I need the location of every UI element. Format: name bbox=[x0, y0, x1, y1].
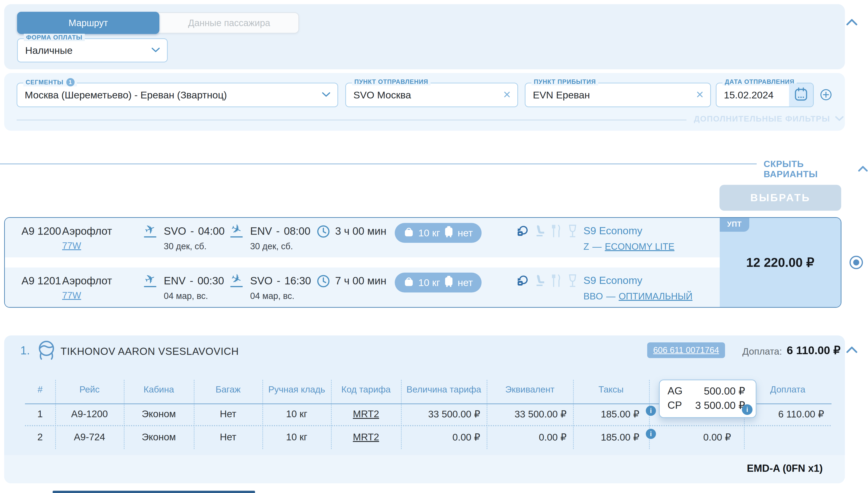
departure-time: 00:30 bbox=[197, 275, 224, 287]
suitcase-icon bbox=[444, 275, 453, 290]
table-cell: 6 110.00 ₽ bbox=[744, 408, 831, 420]
chevron-down-icon[interactable] bbox=[151, 47, 160, 53]
cabin-class: S9 Economy bbox=[583, 225, 642, 237]
fare-code-link[interactable]: MRT2 bbox=[331, 408, 401, 420]
payment-form-select[interactable]: ФОРМА ОПЛАТЫ Наличные bbox=[17, 38, 168, 62]
collapse-passenger-card-icon[interactable] bbox=[846, 346, 858, 355]
aircraft-link[interactable]: 77W bbox=[62, 290, 81, 301]
passenger-icon bbox=[37, 339, 56, 361]
departure-info: SVO04:00 bbox=[164, 225, 225, 237]
col-header-taxes: Таксы bbox=[573, 384, 649, 394]
table-cell: 185.00 ₽ bbox=[573, 408, 646, 420]
tab-route[interactable]: Маршрут bbox=[17, 12, 159, 34]
aircraft-link[interactable]: 77W bbox=[62, 240, 81, 251]
tab-passenger-data[interactable]: Данные пассажира bbox=[160, 13, 299, 33]
fare-name-link[interactable]: ECONOMY LITE bbox=[605, 241, 674, 252]
drink-icon bbox=[568, 224, 577, 239]
departure-info: ENV00:30 bbox=[164, 275, 224, 287]
ticket-number: 606 611 0071764 bbox=[653, 345, 719, 355]
departure-point-field[interactable]: ПУНКТ ОТПРАВЛЕНИЯ SVO Москва bbox=[345, 83, 518, 107]
col-header-equivalent: Эквивалент bbox=[487, 384, 573, 394]
ticket-number-badge[interactable]: 606 611 0071764 bbox=[647, 342, 725, 358]
table-cell: А9-724 bbox=[55, 432, 124, 443]
calendar-button[interactable] bbox=[789, 83, 813, 107]
segments-value: Москва (Шереметьево) - Ереван (Звартноц) bbox=[25, 89, 227, 101]
divider bbox=[17, 120, 687, 120]
chevron-down-icon[interactable] bbox=[322, 92, 330, 98]
clock-icon bbox=[317, 275, 330, 289]
table-cell: А9-1200 bbox=[55, 408, 124, 420]
arrival-code: SVO bbox=[250, 275, 273, 287]
taxes-info-icon[interactable] bbox=[646, 406, 656, 416]
arrival-time: 08:00 bbox=[284, 225, 310, 237]
col-header-surcharge: Доплата bbox=[744, 384, 831, 394]
additional-filters-link[interactable]: ДОПОЛНИТЕЛЬНЫЕ ФИЛЬТРЫ bbox=[694, 114, 844, 123]
fare-info: BBOОПТИМАЛЬНЫЙ bbox=[583, 291, 692, 301]
payment-form-label: ФОРМА ОПЛАТЫ bbox=[24, 34, 85, 41]
departure-point-label: ПУНКТ ОТПРАВЛЕНИЯ bbox=[352, 78, 431, 85]
departure-time: 04:00 bbox=[198, 225, 224, 237]
fare-name-link[interactable]: ОПТИМАЛЬНЫЙ bbox=[619, 291, 692, 301]
fare-code-link[interactable]: MRT2 bbox=[331, 432, 401, 443]
route-panel: Маршрут Данные пассажира ФОРМА ОПЛАТЫ На… bbox=[4, 4, 845, 69]
fare-code[interactable]: MRT2 bbox=[353, 408, 379, 419]
select-button[interactable]: ВЫБРАТЬ bbox=[719, 185, 841, 211]
radio-dot bbox=[853, 259, 859, 265]
add-segment-icon[interactable] bbox=[820, 89, 832, 102]
table-cell: 10 кг bbox=[262, 408, 331, 420]
hand-luggage-value: 10 кг bbox=[418, 227, 440, 239]
departure-date-field[interactable]: ДАТА ОТПРАВЛЕНИЯ 15.02.2024 bbox=[716, 83, 814, 107]
table-cell: Эконом bbox=[124, 432, 194, 443]
passenger-card-footer: EMD-A (0FN x1) bbox=[4, 455, 845, 483]
booking-app: Маршрут Данные пассажира ФОРМА ОПЛАТЫ На… bbox=[0, 0, 868, 493]
fare-basis: BBO bbox=[583, 291, 603, 301]
col-header-num: # bbox=[25, 384, 55, 394]
flight-option-radio[interactable] bbox=[849, 256, 863, 269]
fare-code[interactable]: MRT2 bbox=[353, 432, 379, 443]
service-icons bbox=[516, 274, 577, 288]
hide-variants-link[interactable]: СКРЫТЬ ВАРИАНТЫ bbox=[764, 159, 868, 179]
chevron-up-icon bbox=[858, 164, 868, 174]
flight-number: А9 1201 bbox=[21, 275, 61, 287]
flight-segment-row: А9 1201 Аэрофлот 77W ✈ ENV00:30 04 мар, … bbox=[5, 267, 720, 307]
arrival-time: 16:30 bbox=[284, 275, 311, 287]
clock-icon bbox=[317, 225, 330, 239]
flight-number: А9 1200 bbox=[21, 225, 61, 237]
clear-icon[interactable] bbox=[696, 90, 704, 99]
additional-filters-label: ДОПОЛНИТЕЛЬНЫЕ ФИЛЬТРЫ bbox=[694, 114, 830, 123]
table-cell: 1 bbox=[25, 408, 55, 420]
flight-duration: 7 ч 00 мин bbox=[335, 275, 386, 287]
airline-name: Аэрофлот bbox=[62, 275, 112, 287]
col-header-flight: Рейс bbox=[55, 384, 124, 394]
bottom-window-edge bbox=[53, 491, 255, 493]
departure-code: SVO bbox=[164, 225, 186, 237]
tooltip-row: AG 500.00 ₽ bbox=[668, 385, 745, 397]
passenger-index: 1. bbox=[20, 344, 30, 357]
col-header-hand-luggage: Ручная кладь bbox=[262, 384, 331, 394]
segments-select[interactable]: СЕГМЕНТЫ 1 Москва (Шереметьево) - Ереван… bbox=[17, 83, 338, 107]
flight-segment-row: А9 1200 Аэрофлот 77W ✈ SVO04:00 30 дек, … bbox=[5, 218, 720, 257]
arrival-info: ENV08:00 bbox=[250, 225, 310, 237]
table-cell: 33 500.00 ₽ bbox=[487, 408, 573, 420]
arrival-point-field[interactable]: ПУНКТ ПРИБЫТИЯ EVN Ереван bbox=[525, 83, 711, 107]
airline-name: Аэрофлот bbox=[62, 225, 112, 237]
exchange-icon bbox=[516, 224, 529, 239]
calendar-icon bbox=[794, 87, 808, 103]
info-icon[interactable] bbox=[742, 404, 753, 415]
baggage-allowance-badge: 10 кг нет bbox=[395, 223, 482, 243]
table-cell: Эконом bbox=[124, 408, 194, 420]
drink-icon bbox=[568, 274, 577, 288]
arrival-date: 30 дек, сб. bbox=[250, 241, 293, 251]
arrival-point-value: EVN Ереван bbox=[533, 89, 590, 101]
col-header-fare-amount: Величина тарифа bbox=[401, 384, 487, 394]
flight-option-card[interactable]: А9 1200 Аэрофлот 77W ✈ SVO04:00 30 дек, … bbox=[4, 217, 842, 308]
departure-point-value: SVO Москва bbox=[353, 89, 411, 101]
segment-separator bbox=[5, 257, 720, 267]
departure-date-label: ДАТА ОТПРАВЛЕНИЯ bbox=[722, 78, 797, 85]
tax-amount: 500.00 ₽ bbox=[704, 385, 745, 397]
clear-icon[interactable] bbox=[503, 90, 511, 99]
price-panel[interactable]: УПТ 12 220.00 ₽ bbox=[720, 218, 841, 307]
collapse-route-panel-icon[interactable] bbox=[846, 18, 858, 27]
hide-variants-label: СКРЫТЬ ВАРИАНТЫ bbox=[764, 159, 852, 179]
col-header-baggage: Багаж bbox=[194, 384, 262, 394]
